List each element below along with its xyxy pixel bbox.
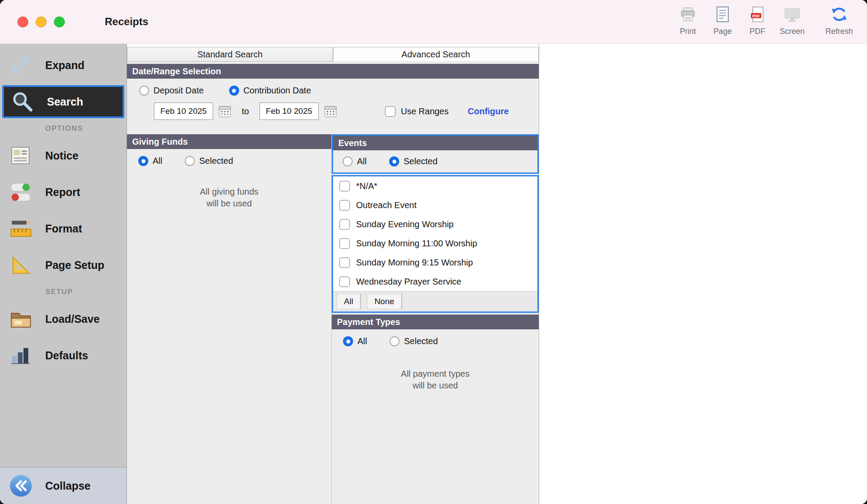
- receipts-window: Receipts Print: [0, 0, 867, 504]
- tab-advanced-search[interactable]: Advanced Search: [333, 47, 539, 62]
- giving-funds-note: All giving funds will be used: [127, 186, 331, 209]
- sidebar-item-expand[interactable]: Expand: [0, 47, 127, 83]
- calendar-picker-to-button[interactable]: [324, 105, 337, 118]
- radio-circle: [389, 156, 399, 166]
- deposit-date-radio[interactable]: Deposit Date: [139, 86, 204, 96]
- event-list-item[interactable]: *N/A*: [333, 176, 537, 196]
- events-selected-label: Selected: [403, 156, 437, 166]
- refresh-button[interactable]: Refresh: [822, 6, 857, 36]
- sidebar-section-setup: SETUP: [0, 283, 127, 301]
- search-columns: Giving Funds All Selected All giving fun…: [127, 134, 539, 504]
- event-label: Outreach Event: [356, 200, 417, 210]
- radio-circle: [343, 336, 353, 346]
- screen-button[interactable]: Screen: [775, 7, 810, 36]
- collapse-icon: [7, 474, 35, 497]
- giving-funds-all-radio[interactable]: All: [138, 156, 162, 166]
- event-label: Sunday Evening Worship: [356, 219, 454, 229]
- giving-funds-selected-label: Selected: [199, 156, 233, 166]
- notice-icon: [7, 144, 35, 167]
- sidebar-item-label: Page Setup: [45, 259, 104, 272]
- events-header: Events: [333, 136, 537, 150]
- contribution-date-radio[interactable]: Contribution Date: [229, 86, 311, 96]
- zoom-window-button[interactable]: [54, 17, 65, 27]
- date-from-input[interactable]: [154, 103, 213, 120]
- bar-chart-icon: [7, 344, 35, 367]
- sidebar-item-load-save[interactable]: Load/Save: [0, 301, 127, 337]
- giving-funds-header: Giving Funds: [127, 134, 331, 149]
- sidebar-item-label: Report: [45, 186, 80, 199]
- event-list-item[interactable]: Wednesday Prayer Service: [333, 272, 537, 291]
- payment-types-header: Payment Types: [332, 315, 539, 329]
- printer-icon: [679, 7, 697, 24]
- events-all-radio[interactable]: All: [343, 156, 367, 166]
- sidebar-item-search[interactable]: Search: [2, 85, 124, 118]
- date-range-header: Date/Range Selection: [127, 64, 539, 79]
- event-list-item[interactable]: Sunday Morning 11:00 Worship: [333, 234, 537, 253]
- sidebar-item-notice[interactable]: Notice: [0, 137, 127, 174]
- radio-circle: [343, 156, 353, 166]
- contribution-date-label: Contribution Date: [243, 86, 311, 96]
- tab-standard-search[interactable]: Standard Search: [127, 47, 333, 62]
- date-to-input[interactable]: [260, 103, 319, 120]
- checkbox-box: [385, 106, 396, 117]
- radio-circle: [138, 156, 148, 166]
- sidebar-item-collapse[interactable]: Collapse: [0, 467, 127, 504]
- folder-icon: [7, 307, 35, 331]
- report-toggles-icon: [7, 180, 35, 204]
- events-selected-radio[interactable]: Selected: [389, 156, 437, 166]
- events-listbox: *N/A* Outreach Event Sunday Evening Wors…: [332, 175, 539, 313]
- event-checkbox[interactable]: [339, 200, 350, 211]
- page-label: Page: [714, 27, 732, 36]
- calendar-picker-from-button[interactable]: [218, 105, 231, 118]
- event-checkbox[interactable]: [339, 257, 350, 268]
- sidebar-item-report[interactable]: Report: [0, 174, 127, 210]
- screen-label: Screen: [780, 27, 804, 36]
- page-setup-icon: [7, 253, 35, 277]
- event-label: *N/A*: [356, 181, 377, 191]
- payment-types-all-radio[interactable]: All: [343, 336, 367, 346]
- search-panel: Standard Search Advanced Search Date/Ran…: [127, 43, 539, 504]
- configure-link[interactable]: Configure: [468, 106, 509, 116]
- event-checkbox[interactable]: [339, 238, 350, 249]
- event-checkbox[interactable]: [339, 181, 350, 192]
- events-select-none-button[interactable]: None: [367, 294, 402, 309]
- use-ranges-label: Use Ranges: [401, 106, 449, 116]
- event-list-item[interactable]: Outreach Event: [333, 196, 537, 215]
- event-checkbox[interactable]: [339, 219, 350, 230]
- events-section: Events All Selected: [332, 134, 539, 174]
- events-list: *N/A* Outreach Event Sunday Evening Wors…: [333, 176, 537, 291]
- to-label: to: [242, 106, 249, 116]
- event-list-item[interactable]: Sunday Morning 9:15 Worship: [333, 253, 537, 272]
- events-list-actions: All None: [333, 291, 537, 312]
- page-icon: [715, 6, 730, 24]
- deposit-date-label: Deposit Date: [153, 86, 204, 96]
- sidebar-item-defaults[interactable]: Defaults: [0, 337, 127, 374]
- minimize-window-button[interactable]: [36, 17, 47, 27]
- sidebar-item-label: Format: [45, 222, 82, 235]
- expand-icon: [7, 53, 35, 77]
- sidebar-item-label: Defaults: [45, 349, 88, 362]
- use-ranges-checkbox[interactable]: Use Ranges: [385, 106, 449, 117]
- sidebar-item-label: Load/Save: [45, 313, 100, 325]
- sidebar-item-page-setup[interactable]: Page Setup: [0, 247, 127, 283]
- toolbar: Print Page: [670, 6, 857, 36]
- close-window-button[interactable]: [17, 17, 28, 27]
- payment-types-selected-radio[interactable]: Selected: [390, 336, 438, 346]
- giving-funds-selected-radio[interactable]: Selected: [185, 156, 233, 166]
- pdf-label: PDF: [750, 27, 765, 36]
- sidebar-item-format[interactable]: Format: [0, 210, 127, 247]
- sidebar-section-options: OPTIONS: [0, 120, 127, 137]
- events-select-all-button[interactable]: All: [337, 294, 361, 309]
- svg-text:PDF: PDF: [752, 14, 760, 18]
- sidebar-item-label: Expand: [45, 59, 84, 72]
- pdf-icon: PDF: [750, 6, 765, 24]
- sidebar-item-label: Notice: [45, 149, 78, 162]
- event-list-item[interactable]: Sunday Evening Worship: [333, 215, 537, 234]
- sidebar-item-label: Search: [47, 96, 83, 108]
- page-button[interactable]: Page: [705, 6, 740, 36]
- print-button[interactable]: Print: [670, 7, 705, 36]
- events-payment-column: Events All Selected: [332, 134, 539, 504]
- event-checkbox[interactable]: [339, 276, 350, 287]
- pdf-button[interactable]: PDF PDF: [740, 6, 775, 36]
- radio-circle: [390, 336, 400, 346]
